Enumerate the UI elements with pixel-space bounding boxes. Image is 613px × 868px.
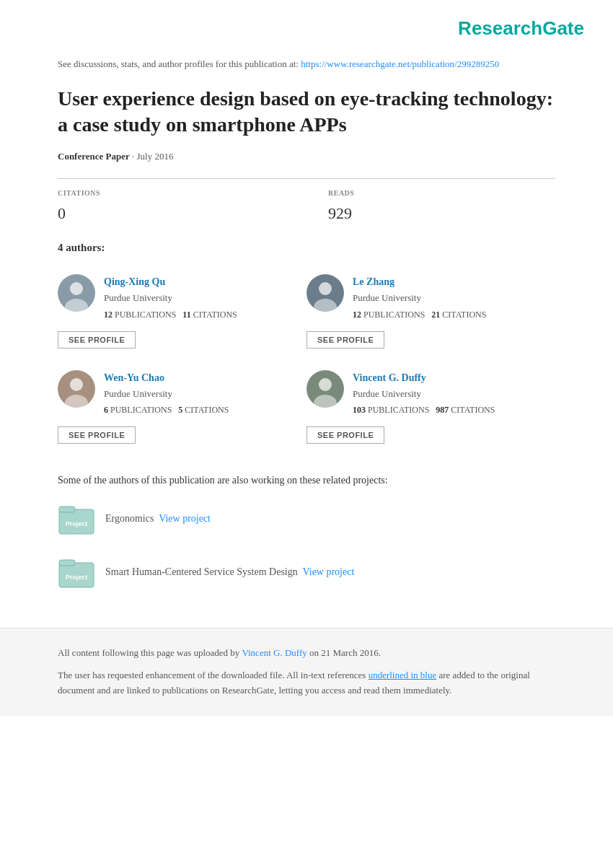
svg-point-10 xyxy=(319,378,332,391)
authors-section: 4 authors: Qing-Xing Qu Purdue Universit… xyxy=(58,240,555,459)
author-avatar-3 xyxy=(306,370,344,408)
author-card: Qing-Xing Qu Purdue University 12 PUBLIC… xyxy=(58,267,306,363)
footer-underline-text: underlined in blue xyxy=(369,670,437,680)
author-avatar-0 xyxy=(58,274,95,312)
citations-label: CITATIONS xyxy=(58,188,285,198)
author-card: Vincent G. Duffy Purdue University 103 P… xyxy=(306,363,555,459)
author-card: Le Zhang Purdue University 12 PUBLICATIO… xyxy=(306,267,555,363)
svg-point-1 xyxy=(70,282,83,295)
author-name-1[interactable]: Le Zhang xyxy=(353,274,555,289)
project-icon-1: Project xyxy=(58,553,95,590)
header: ResearchGate xyxy=(0,0,613,50)
author-top-1: Le Zhang Purdue University 12 PUBLICATIO… xyxy=(306,274,555,321)
svg-text:Project: Project xyxy=(66,574,88,581)
author-affiliation-2: Purdue University xyxy=(104,387,306,401)
related-projects-title: Some of the authors of this publication … xyxy=(58,473,555,488)
main-content: See discussions, stats, and author profi… xyxy=(0,50,613,628)
see-profile-button-3[interactable]: SEE PROFILE xyxy=(306,426,384,444)
paper-title: User experience design based on eye-trac… xyxy=(58,86,555,139)
see-profile-button-1[interactable]: SEE PROFILE xyxy=(306,331,384,348)
reads-label: READS xyxy=(328,188,555,198)
project-item-0: Project Ergonomics View project xyxy=(58,499,555,537)
author-top-3: Vincent G. Duffy Purdue University 103 P… xyxy=(306,370,555,417)
author-affiliation-3: Purdue University xyxy=(353,387,555,401)
view-project-link-1[interactable]: View project xyxy=(302,566,354,577)
author-stats-2: 6 PUBLICATIONS 5 CITATIONS xyxy=(104,403,306,416)
author-name-0[interactable]: Qing-Xing Qu xyxy=(104,274,306,289)
researchgate-logo: ResearchGate xyxy=(458,17,584,39)
citations-value: 0 xyxy=(58,201,285,225)
author-stats-3: 103 PUBLICATIONS 987 CITATIONS xyxy=(353,403,555,416)
author-card: Wen-Yu Chao Purdue University 6 PUBLICAT… xyxy=(58,363,306,459)
svg-rect-19 xyxy=(59,560,75,566)
paper-meta: Conference Paper · July 2016 xyxy=(58,149,555,164)
author-info-2: Wen-Yu Chao Purdue University 6 PUBLICAT… xyxy=(104,370,306,417)
footer-uploader-link[interactable]: Vincent G. Duffy xyxy=(242,647,306,658)
project-name-0: Ergonomics xyxy=(105,513,154,524)
authors-header: 4 authors: xyxy=(58,240,555,256)
author-info-0: Qing-Xing Qu Purdue University 12 PUBLIC… xyxy=(104,274,306,321)
svg-text:Project: Project xyxy=(66,520,88,527)
svg-point-7 xyxy=(70,378,83,391)
svg-point-4 xyxy=(319,282,332,295)
project-icon-0: Project xyxy=(58,499,95,537)
see-discussions-text: See discussions, stats, and author profi… xyxy=(58,57,555,71)
paper-date: July 2016 xyxy=(137,151,174,162)
author-stats-0: 12 PUBLICATIONS 11 CITATIONS xyxy=(104,308,306,321)
footer-note-line: The user has requested enhancement of th… xyxy=(58,668,555,698)
reads-value: 929 xyxy=(328,201,555,225)
see-profile-button-0[interactable]: SEE PROFILE xyxy=(58,331,136,348)
see-profile-button-2[interactable]: SEE PROFILE xyxy=(58,426,136,444)
project-name-1: Smart Human-Centered Service System Desi… xyxy=(105,566,298,577)
project-text-1: Smart Human-Centered Service System Desi… xyxy=(105,564,354,579)
view-project-link-0[interactable]: View project xyxy=(159,513,211,524)
project-text-0: Ergonomics View project xyxy=(105,511,211,526)
publication-link[interactable]: https://www.researchgate.net/publication… xyxy=(301,58,499,69)
author-top-0: Qing-Xing Qu Purdue University 12 PUBLIC… xyxy=(58,274,306,321)
author-info-1: Le Zhang Purdue University 12 PUBLICATIO… xyxy=(353,274,555,321)
author-avatar-2 xyxy=(58,370,95,408)
paper-type: Conference Paper xyxy=(58,151,130,162)
footer: All content following this page was uplo… xyxy=(0,628,613,715)
author-top-2: Wen-Yu Chao Purdue University 6 PUBLICAT… xyxy=(58,370,306,417)
reads-block: READS 929 xyxy=(285,188,555,225)
page-wrapper: ResearchGate See discussions, stats, and… xyxy=(0,0,613,716)
author-avatar-1 xyxy=(306,274,344,312)
footer-upload-line: All content following this page was uplo… xyxy=(58,646,555,661)
svg-rect-14 xyxy=(59,507,75,512)
related-projects: Some of the authors of this publication … xyxy=(58,473,555,590)
author-stats-1: 12 PUBLICATIONS 21 CITATIONS xyxy=(353,308,555,321)
authors-grid: Qing-Xing Qu Purdue University 12 PUBLIC… xyxy=(58,267,555,458)
author-affiliation-1: Purdue University xyxy=(353,291,555,305)
stats-row: CITATIONS 0 READS 929 xyxy=(58,178,555,225)
author-name-2[interactable]: Wen-Yu Chao xyxy=(104,370,306,385)
project-item-1: Project Smart Human-Centered Service Sys… xyxy=(58,553,555,590)
author-name-3[interactable]: Vincent G. Duffy xyxy=(353,370,555,385)
citations-block: CITATIONS 0 xyxy=(58,188,285,225)
author-affiliation-0: Purdue University xyxy=(104,291,306,305)
author-info-3: Vincent G. Duffy Purdue University 103 P… xyxy=(353,370,555,417)
